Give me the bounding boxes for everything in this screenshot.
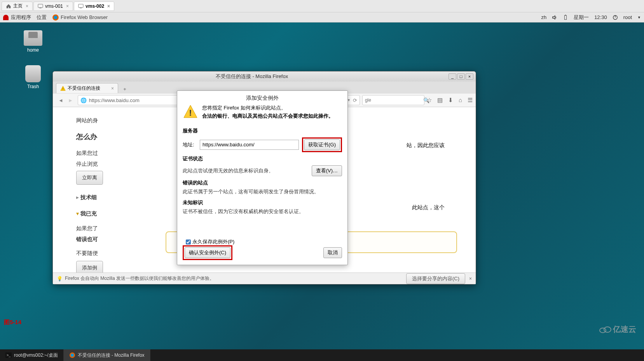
svg-point-13 [604, 327, 611, 332]
icon-label: home [19, 47, 47, 53]
close-icon[interactable]: × [107, 3, 110, 9]
add-exception-dialog: 添加安全例外 ! 您将指定 Firefox 如何来标识此站点。 合法的银行、电商… [177, 90, 348, 265]
close-icon[interactable]: × [66, 3, 69, 9]
close-icon[interactable]: × [111, 86, 114, 91]
address-label: 地址: [183, 141, 197, 148]
page-tabs: 主页 × vms-001 × vms-002 × [0, 0, 644, 12]
forward-button[interactable]: ► [66, 96, 75, 105]
trash-icon [25, 65, 41, 82]
folder-icon [24, 30, 42, 46]
window-title: 不受信任的连接 - Mozilla Firefox [55, 73, 449, 80]
icon-label: Trash [19, 84, 47, 89]
nav-buttons: ◄ ► [56, 96, 75, 105]
bulb-icon: 💡 [57, 276, 63, 281]
power-icon[interactable] [613, 15, 618, 20]
taskbar: >_ root@vms002:~/桌面 不受信任的连接 - Mozilla Fi… [0, 349, 644, 361]
svg-point-12 [600, 328, 606, 333]
monitor-icon [78, 3, 84, 9]
dialog-text: 您将指定 Firefox 如何来标识此站点。 [202, 104, 333, 112]
get-certificate-button[interactable]: 获取证书(G) [304, 139, 340, 150]
svg-point-5 [54, 16, 58, 19]
cert-status-text: 此站点尝试使用无效的信息来标识自身。 [183, 167, 309, 175]
dialog-warning-text: 合法的银行、电商以及其他公共站点不会要求您如此操作。 [202, 112, 333, 120]
minimize-button[interactable]: _ [449, 73, 456, 80]
tech-details[interactable]: 技术细 [80, 194, 97, 200]
active-app-label[interactable]: Firefox Web Browser [61, 14, 108, 20]
share-options-button[interactable]: 选择要分享的内容(C) [406, 273, 465, 284]
wrong-site-label: 错误的站点 [183, 179, 342, 186]
server-label: 服务器 [183, 127, 342, 134]
maximize-button[interactable]: □ [457, 73, 465, 80]
confirm-exception-button[interactable]: 确认安全例外(C) [185, 247, 230, 258]
svg-rect-0 [38, 4, 43, 7]
desktop[interactable]: home Trash 不受信任的连接 - Mozilla Firefox _ □… [0, 23, 644, 349]
volume-icon[interactable] [552, 15, 557, 20]
home-folder[interactable]: home [19, 30, 47, 53]
understand-risks[interactable]: 我已充 [80, 210, 97, 217]
task-label: root@vms002:~/桌面 [14, 352, 58, 359]
svg-rect-3 [80, 8, 82, 8]
menu-icon[interactable]: ☰ [468, 97, 473, 104]
cancel-button[interactable]: 取消 [323, 247, 342, 258]
firefox-icon [69, 352, 75, 358]
warning-icon: ! [60, 86, 66, 91]
highlight-box: 确认安全例外(C) [183, 245, 232, 260]
page-tab-vms001[interactable]: vms-001 × [33, 2, 73, 11]
window-titlebar[interactable]: 不受信任的连接 - Mozilla Firefox _ □ × [53, 71, 476, 82]
tab-label: vms-002 [86, 3, 104, 9]
leave-button[interactable]: 立即离 [76, 171, 103, 185]
svg-text:>_: >_ [7, 353, 11, 357]
search-bar[interactable]: 🔍 [362, 95, 424, 105]
svg-point-17 [71, 354, 74, 357]
view-button[interactable]: 查看(V)… [312, 165, 342, 176]
browser-tab[interactable]: ! 不受信任的连接 × [56, 83, 118, 93]
highlight-box: 获取证书(G) [302, 137, 342, 152]
library-icon[interactable]: ▤ [437, 97, 443, 104]
input-method[interactable]: zh [541, 14, 546, 20]
status-text: Firefox 会自动向 Mozilla 发送一些数据以便我们能够改善您的用户体… [65, 275, 214, 282]
places-menu[interactable]: 位置 [37, 14, 47, 21]
checkbox-input[interactable] [186, 240, 191, 245]
user-label[interactable]: root [623, 14, 632, 20]
chevron-down-icon[interactable]: ▼ [637, 16, 641, 19]
tab-label: 不受信任的连接 [68, 85, 100, 92]
tab-label: 主页 [13, 3, 23, 9]
battery-icon[interactable] [563, 15, 568, 20]
trash[interactable]: Trash [19, 65, 47, 89]
close-icon[interactable]: × [469, 276, 472, 281]
svg-rect-1 [39, 8, 41, 8]
applications-menu[interactable]: 应用程序 [11, 14, 31, 21]
taskbar-item-firefox[interactable]: 不受信任的连接 - Mozilla Firefox [64, 349, 150, 361]
reload-icon[interactable]: ⟳ [353, 97, 357, 103]
taskbar-item-terminal[interactable]: >_ root@vms002:~/桌面 [0, 349, 64, 361]
expand-icon[interactable]: ▸ [76, 194, 79, 200]
close-button[interactable]: × [466, 73, 473, 80]
page-tab-vms002[interactable]: vms-002 × [74, 2, 114, 11]
address-input[interactable] [200, 140, 299, 150]
clock-day[interactable]: 星期一 [574, 14, 589, 21]
new-tab-button[interactable]: + [120, 85, 130, 93]
task-label: 不受信任的连接 - Mozilla Firefox [78, 352, 145, 359]
svg-text:!: ! [189, 108, 192, 118]
watermark: 亿速云 [599, 324, 636, 335]
bg-text: 错误也可 [76, 236, 98, 242]
svg-rect-7 [565, 15, 566, 16]
unknown-id-text: 证书不被信任，因为它没有权威机构的安全签名认证。 [183, 208, 342, 215]
figure-label: 图5-14 [4, 319, 21, 326]
home-icon[interactable]: ⌂ [459, 97, 462, 104]
clock-time[interactable]: 12:30 [594, 14, 607, 20]
svg-rect-6 [565, 15, 567, 19]
expand-icon[interactable]: ▾ [76, 210, 79, 217]
search-input[interactable] [365, 97, 423, 103]
add-exception-button[interactable]: 添加例 [76, 261, 103, 272]
back-button[interactable]: ◄ [56, 96, 66, 105]
home-icon [6, 3, 11, 9]
save-permanently-checkbox[interactable]: 永久保存此例外(P) [186, 238, 234, 245]
downloads-icon[interactable]: ⬇ [448, 97, 453, 104]
bookmark-icon[interactable]: ☆ [427, 97, 432, 104]
page-tab-home[interactable]: 主页 × [2, 2, 33, 11]
checkbox-label: 永久保存此例外(P) [192, 238, 234, 245]
tab-label: vms-001 [45, 3, 63, 9]
close-icon[interactable]: × [26, 3, 28, 9]
warning-icon: ! [183, 104, 198, 120]
